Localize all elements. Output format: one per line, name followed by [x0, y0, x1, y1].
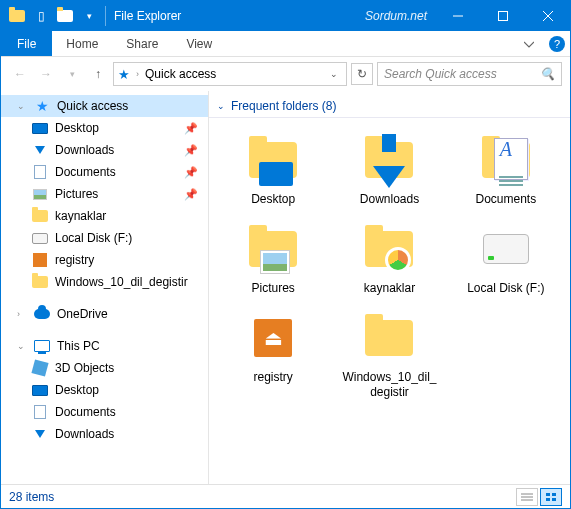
search-icon[interactable]: 🔍: [540, 67, 555, 81]
grid-item-documents[interactable]: A Documents: [450, 128, 562, 211]
grid-item-desktop[interactable]: Desktop: [217, 128, 329, 211]
cube-icon: [31, 359, 49, 377]
grid-item-label: Desktop: [251, 192, 295, 207]
sidebar: ⌄ ★ Quick access Desktop 📌 Downloads 📌 D…: [1, 91, 209, 484]
monitor-icon: [31, 119, 49, 137]
sidebar-label: Downloads: [55, 427, 208, 441]
titlebar-divider: [105, 6, 106, 26]
main: ⌄ ★ Quick access Desktop 📌 Downloads 📌 D…: [1, 91, 570, 484]
document-icon: [31, 163, 49, 181]
qat-newfolder-icon[interactable]: [55, 6, 75, 26]
folder-documents-icon: A: [478, 132, 534, 188]
grid-item-label: registry: [253, 370, 292, 385]
address-dropdown-icon[interactable]: ⌄: [326, 69, 342, 79]
qat-properties-icon[interactable]: ▯: [31, 6, 51, 26]
breadcrumb-sep-icon: ›: [136, 69, 139, 79]
pin-icon: 📌: [184, 122, 198, 135]
sidebar-item-local-disk[interactable]: Local Disk (F:): [1, 227, 208, 249]
pc-icon: [33, 337, 51, 355]
caret-icon[interactable]: ›: [17, 309, 27, 319]
back-button[interactable]: ←: [9, 63, 31, 85]
grid-item-kaynaklar[interactable]: kaynaklar: [333, 217, 445, 300]
tab-share[interactable]: Share: [112, 31, 172, 56]
caret-icon[interactable]: ⌄: [17, 101, 27, 111]
breadcrumb[interactable]: Quick access: [145, 67, 216, 81]
grid-item-pictures[interactable]: Pictures: [217, 217, 329, 300]
folder-icon: [31, 207, 49, 225]
close-button[interactable]: [525, 1, 570, 31]
search-placeholder: Search Quick access: [384, 67, 540, 81]
maximize-button[interactable]: [480, 1, 525, 31]
sidebar-item-kaynaklar[interactable]: kaynaklar: [1, 205, 208, 227]
statusbar: 28 items: [1, 484, 570, 508]
svg-rect-1: [498, 12, 507, 21]
icons-view-button[interactable]: [540, 488, 562, 506]
download-icon: [31, 141, 49, 159]
address-bar[interactable]: ★ › Quick access ⌄: [113, 62, 347, 86]
minimize-button[interactable]: [435, 1, 480, 31]
ribbon: File Home Share View ?: [1, 31, 570, 57]
content-pane: ⌄ Frequent folders (8) Desktop Downloads…: [209, 91, 570, 484]
registry-icon: ⏏: [245, 310, 301, 366]
items-grid: Desktop Downloads A Documents Pictures k…: [209, 124, 570, 408]
sidebar-label: Pictures: [55, 187, 178, 201]
sidebar-item-quick-access[interactable]: ⌄ ★ Quick access: [1, 95, 208, 117]
sidebar-label: registry: [55, 253, 208, 267]
folder-downloads-icon: [361, 132, 417, 188]
tab-view[interactable]: View: [172, 31, 226, 56]
sidebar-item-pictures[interactable]: Pictures 📌: [1, 183, 208, 205]
sidebar-label: Desktop: [55, 383, 208, 397]
quick-access-star-icon: ★: [118, 67, 130, 82]
folder-icon: [361, 310, 417, 366]
group-header-label: Frequent folders (8): [231, 99, 336, 113]
file-tab[interactable]: File: [1, 31, 52, 56]
recent-dropdown[interactable]: ▾: [61, 63, 83, 85]
expand-ribbon-button[interactable]: [514, 31, 544, 56]
details-view-button[interactable]: [516, 488, 538, 506]
sidebar-item-downloads-pc[interactable]: Downloads: [1, 423, 208, 445]
svg-rect-10: [552, 498, 556, 501]
qat-dropdown-icon[interactable]: ▾: [79, 6, 99, 26]
star-icon: ★: [33, 97, 51, 115]
sidebar-item-registry[interactable]: registry: [1, 249, 208, 271]
sidebar-label: Local Disk (F:): [55, 231, 208, 245]
grid-item-downloads[interactable]: Downloads: [333, 128, 445, 211]
grid-item-label: kaynaklar: [364, 281, 415, 296]
svg-rect-9: [546, 498, 550, 501]
grid-item-registry[interactable]: ⏏ registry: [217, 306, 329, 404]
up-button[interactable]: ↑: [87, 63, 109, 85]
sidebar-item-desktop[interactable]: Desktop 📌: [1, 117, 208, 139]
sidebar-label: 3D Objects: [55, 361, 208, 375]
caret-icon[interactable]: ⌄: [17, 341, 27, 351]
sidebar-item-3d-objects[interactable]: 3D Objects: [1, 357, 208, 379]
sidebar-item-documents-pc[interactable]: Documents: [1, 401, 208, 423]
group-header[interactable]: ⌄ Frequent folders (8): [209, 91, 570, 118]
grid-item-win10dil[interactable]: Windows_10_dil_degistir: [333, 306, 445, 404]
cloud-icon: [33, 305, 51, 323]
document-icon: [31, 403, 49, 421]
download-icon: [31, 425, 49, 443]
sidebar-item-win10dil[interactable]: Windows_10_dil_degistir: [1, 271, 208, 293]
sidebar-item-onedrive[interactable]: › OneDrive: [1, 303, 208, 325]
folder-icon: [31, 273, 49, 291]
sidebar-item-desktop-pc[interactable]: Desktop: [1, 379, 208, 401]
tab-home[interactable]: Home: [52, 31, 112, 56]
grid-item-local-disk[interactable]: Local Disk (F:): [450, 217, 562, 300]
forward-button[interactable]: →: [35, 63, 57, 85]
sidebar-label: OneDrive: [57, 307, 208, 321]
pin-icon: 📌: [184, 188, 198, 201]
picture-icon: [31, 185, 49, 203]
sidebar-item-this-pc[interactable]: ⌄ This PC: [1, 335, 208, 357]
folder-pictures-icon: [245, 221, 301, 277]
help-button[interactable]: ?: [544, 31, 570, 56]
sidebar-item-downloads[interactable]: Downloads 📌: [1, 139, 208, 161]
sidebar-item-documents[interactable]: Documents 📌: [1, 161, 208, 183]
search-input[interactable]: Search Quick access 🔍: [377, 62, 562, 86]
folder-desktop-icon: [245, 132, 301, 188]
grid-item-label: Downloads: [360, 192, 419, 207]
sidebar-label: Desktop: [55, 121, 178, 135]
chevron-down-icon: ⌄: [217, 101, 225, 111]
sidebar-label: This PC: [57, 339, 208, 353]
registry-icon: [31, 251, 49, 269]
refresh-button[interactable]: ↻: [351, 63, 373, 85]
